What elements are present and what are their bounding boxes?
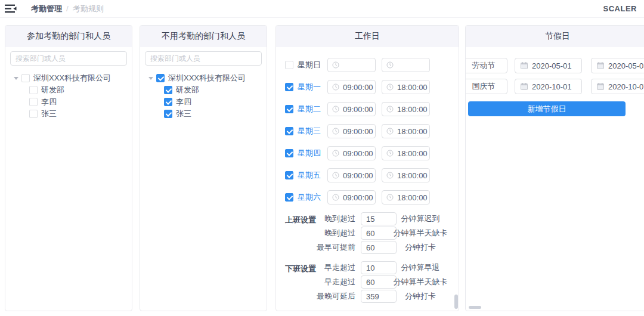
end-time-input[interactable]: 18:00:00 bbox=[382, 168, 430, 182]
weekday-label[interactable]: 星期六 bbox=[298, 192, 326, 203]
weekday-label[interactable]: 星期日 bbox=[298, 60, 326, 70]
setting-suffix: 分钟算迟到 bbox=[397, 213, 444, 224]
tree-item-row[interactable]: 张三 bbox=[5, 108, 132, 120]
chevron-down-icon[interactable] bbox=[148, 77, 153, 80]
weekday-checkbox[interactable] bbox=[285, 171, 293, 179]
vertical-scrollbar-thumb[interactable] bbox=[454, 295, 458, 309]
minutes-input[interactable] bbox=[361, 227, 397, 240]
end-time-input[interactable] bbox=[382, 58, 430, 72]
time-value: 09:00:00 bbox=[343, 171, 373, 180]
chevron-down-icon[interactable] bbox=[14, 77, 18, 80]
tree-item-label[interactable]: 研发部 bbox=[176, 85, 199, 95]
tree-item-row[interactable]: 李四 bbox=[140, 96, 267, 108]
weekday-label[interactable]: 星期五 bbox=[298, 170, 326, 181]
tree-item-checkbox[interactable] bbox=[164, 98, 172, 106]
clock-icon bbox=[386, 106, 394, 113]
search-input[interactable] bbox=[10, 51, 127, 66]
tree-item-row[interactable]: 李四 bbox=[5, 96, 132, 108]
minutes-input[interactable] bbox=[361, 212, 397, 225]
holiday-start-date-input[interactable]: 2020-05-01 bbox=[515, 58, 582, 73]
start-time-input[interactable] bbox=[327, 58, 376, 72]
tree-item-checkbox[interactable] bbox=[29, 86, 38, 94]
breadcrumb-item-parent[interactable]: 考勤管理 bbox=[31, 4, 62, 14]
tree-root-row[interactable]: 深圳XXX科技有限公司 bbox=[140, 72, 267, 84]
tree-item-checkbox[interactable] bbox=[164, 110, 172, 118]
horizontal-scrollbar-thumb[interactable] bbox=[469, 306, 481, 309]
tree-root-label[interactable]: 深圳XXX科技有限公司 bbox=[168, 73, 246, 83]
tree-item-row[interactable]: 张三 bbox=[140, 108, 267, 120]
tree-root-row[interactable]: 深圳XXX科技有限公司 bbox=[5, 72, 132, 84]
tree-item-label[interactable]: 李四 bbox=[176, 97, 191, 107]
holiday-start-date-input[interactable]: 2020-10-01 bbox=[515, 79, 582, 94]
weekday-list: 星期日 星期一 09:00:00 bbox=[276, 47, 459, 205]
holiday-list: 2020-05-01 2020-05-03 bbox=[466, 47, 644, 94]
minutes-input[interactable] bbox=[361, 261, 397, 274]
add-holiday-button[interactable]: 新增节假日 bbox=[468, 101, 626, 116]
time-value: 18:00:00 bbox=[397, 171, 428, 180]
minutes-input[interactable] bbox=[361, 275, 397, 289]
tree-item-label[interactable]: 李四 bbox=[41, 97, 57, 107]
time-value: 18:00:00 bbox=[397, 193, 428, 202]
weekday-checkbox[interactable] bbox=[285, 149, 293, 157]
tree-item-checkbox[interactable] bbox=[164, 86, 172, 94]
weekday-row-tuesday: 星期二 09:00:00 18:00:00 bbox=[276, 102, 459, 116]
holiday-name-input[interactable] bbox=[465, 58, 507, 73]
end-time-input[interactable]: 18:00:00 bbox=[382, 190, 430, 205]
tree-item-row[interactable]: 研发部 bbox=[140, 84, 267, 96]
tree-item-row[interactable]: 研发部 bbox=[5, 84, 132, 96]
weekday-checkbox[interactable] bbox=[285, 61, 293, 69]
start-time-input[interactable]: 09:00:00 bbox=[327, 80, 376, 94]
tree-root-checkbox[interactable] bbox=[21, 74, 30, 82]
tree-item-label[interactable]: 张三 bbox=[41, 109, 57, 119]
minutes-input[interactable] bbox=[361, 290, 397, 303]
tree-item-label[interactable]: 张三 bbox=[176, 109, 191, 119]
weekday-label[interactable]: 星期三 bbox=[298, 126, 326, 137]
holiday-name-input[interactable] bbox=[465, 79, 507, 94]
panel-title: 工作日 bbox=[276, 26, 459, 47]
start-time-input[interactable]: 09:00:00 bbox=[327, 124, 376, 138]
tree-item-checkbox[interactable] bbox=[29, 110, 38, 118]
clock-in-settings: 上班设置 晚到超过 分钟算迟到 晚到超过 分钟算半天缺卡 最早可提前 分钟打卡 bbox=[276, 212, 459, 254]
end-time-input[interactable]: 18:00:00 bbox=[382, 102, 430, 116]
tree-root-label[interactable]: 深圳XXX科技有限公司 bbox=[33, 73, 111, 83]
holiday-end-date-input[interactable]: 2020-10-07 bbox=[591, 79, 644, 94]
time-value: 09:00:00 bbox=[343, 193, 373, 202]
collapse-menu-icon[interactable] bbox=[5, 4, 18, 14]
panel-workday: 工作日 星期日 星期一 09: bbox=[275, 25, 459, 311]
minutes-input[interactable] bbox=[361, 241, 397, 254]
section-title: 下班设置 bbox=[285, 264, 316, 274]
end-time-input[interactable]: 18:00:00 bbox=[382, 80, 430, 94]
department-tree: 深圳XXX科技有限公司 研发部 李四 张三 bbox=[140, 72, 267, 120]
setting-prefix: 早走超过 bbox=[276, 277, 355, 287]
search-input[interactable] bbox=[145, 51, 262, 66]
panel-title: 参加考勤的部门和人员 bbox=[5, 26, 132, 47]
end-time-input[interactable]: 18:00:00 bbox=[382, 146, 430, 160]
start-time-input[interactable]: 09:00:00 bbox=[327, 190, 376, 205]
start-time-input[interactable]: 09:00:00 bbox=[327, 102, 376, 116]
panel-attend-members: 参加考勤的部门和人员 深圳XXX科技有限公司 研发部 李四 张三 bbox=[5, 25, 132, 311]
weekday-checkbox[interactable] bbox=[285, 127, 293, 135]
holiday-row: 2020-10-01 2020-10-07 bbox=[465, 79, 644, 94]
clock-icon bbox=[386, 150, 394, 157]
tree-item-checkbox[interactable] bbox=[29, 98, 38, 106]
main-content: 参加考勤的部门和人员 深圳XXX科技有限公司 研发部 李四 张三 不用考勤的 bbox=[0, 18, 644, 311]
weekday-label[interactable]: 星期一 bbox=[298, 82, 326, 92]
holiday-end-date-input[interactable]: 2020-05-03 bbox=[591, 58, 644, 73]
weekday-label[interactable]: 星期二 bbox=[298, 104, 326, 114]
tree-root-checkbox[interactable] bbox=[156, 74, 165, 82]
calendar-icon bbox=[597, 62, 604, 69]
panel-exempt-members: 不用考勤的部门和人员 深圳XXX科技有限公司 研发部 李四 张三 bbox=[140, 25, 267, 311]
setting-suffix: 分钟算半天缺卡 bbox=[397, 228, 444, 238]
weekday-checkbox[interactable] bbox=[285, 105, 293, 113]
start-time-input[interactable]: 09:00:00 bbox=[327, 168, 376, 182]
weekday-checkbox[interactable] bbox=[285, 193, 293, 202]
calendar-icon bbox=[521, 62, 528, 69]
clock-icon bbox=[332, 128, 339, 135]
weekday-checkbox[interactable] bbox=[285, 83, 293, 91]
time-value: 09:00:00 bbox=[343, 127, 373, 136]
tree-item-label[interactable]: 研发部 bbox=[41, 85, 64, 95]
end-time-input[interactable]: 18:00:00 bbox=[382, 124, 430, 138]
weekday-label[interactable]: 星期四 bbox=[298, 148, 326, 159]
start-time-input[interactable]: 09:00:00 bbox=[327, 146, 376, 160]
date-value: 2020-10-01 bbox=[532, 82, 572, 91]
